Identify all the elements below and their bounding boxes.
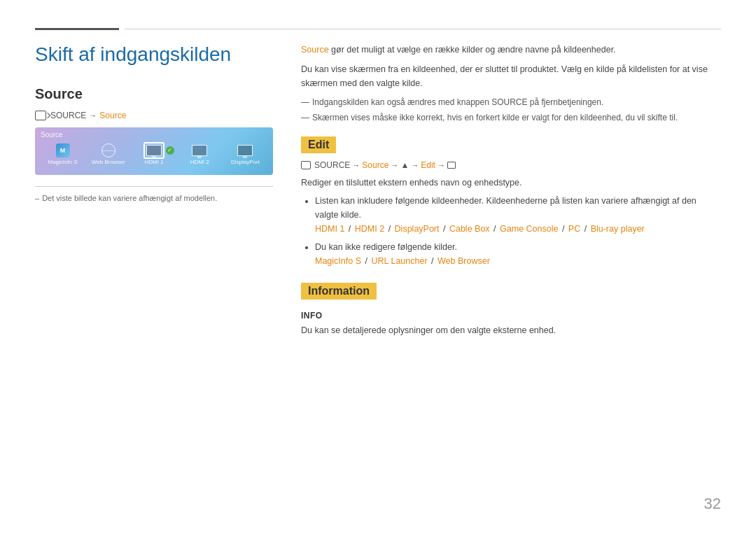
displayport-label: DisplayPort xyxy=(231,159,260,165)
link-displayport: DisplayPort xyxy=(395,224,440,234)
source-strip: Source M MagicInfo S Web Browser xyxy=(35,127,273,175)
info-label: INFO xyxy=(301,311,721,321)
edit-heading: Edit xyxy=(301,136,336,153)
edit-section: Edit SOURCE → Source → ▲ → Edit → Redige… xyxy=(301,127,721,269)
footnote-text: Det viste billede kan variere afhængigt … xyxy=(35,194,273,202)
edit-nav-confirm-icon xyxy=(447,162,456,169)
edit-bullet-1-links: HDMI 1 / HDMI 2 / DisplayPort / Cable Bo… xyxy=(315,222,721,237)
source-nav-icon xyxy=(35,111,46,120)
source-nav-arrow: → xyxy=(89,111,97,120)
indent-notes: Indgangskilden kan også ændres med knapp… xyxy=(301,96,721,125)
source-item-webbrowser: Web Browser xyxy=(86,144,130,165)
edit-bullet-1: Listen kan inkludere følgende kildeenhed… xyxy=(315,194,721,237)
intro-line1: Source gør det muligt at vælge en række … xyxy=(301,43,721,57)
edit-nav-up: ▲ xyxy=(400,160,409,170)
edit-nav-source: SOURCE xyxy=(314,160,350,170)
webbrowser-label: Web Browser xyxy=(92,159,125,165)
source-nav-text: SOURCE xyxy=(50,111,86,120)
edit-bullet-2-links: MagicInfo S / URL Launcher / Web Browser xyxy=(315,254,721,269)
intro-line2: Du kan vise skærmen fra en kildeenhed, d… xyxy=(301,62,721,90)
displayport-icon xyxy=(237,144,253,157)
link-urllauncher: URL Launcher xyxy=(371,256,427,266)
source-item-hdmi2: HDMI 2 xyxy=(178,144,222,165)
source-strip-label: Source xyxy=(41,131,63,139)
intro-text-1: gør det muligt at vælge en række kilder … xyxy=(331,45,615,55)
hdmi1-label: HDMI 1 xyxy=(144,159,163,165)
link-webbrowser: Web Browser xyxy=(438,256,490,266)
edit-nav-edit-link: Edit xyxy=(421,160,435,170)
source-section-title: Source xyxy=(35,86,273,102)
hdmi1-checkmark: ✓ xyxy=(166,146,174,155)
edit-bullet-2-text: Du kan ikke redigere følgende kilder. xyxy=(315,242,457,252)
magicinfo-icon: M xyxy=(55,144,71,157)
indent-note-2: Skærmen vises måske ikke korrekt, hvis e… xyxy=(301,111,721,125)
link-pc: PC xyxy=(568,224,580,234)
edit-nav-path: SOURCE → Source → ▲ → Edit → xyxy=(301,160,721,170)
edit-bullet-1-text: Listen kan inkludere følgende kildeenhed… xyxy=(315,196,696,220)
top-line-dark xyxy=(35,28,119,30)
edit-nav-source-link: Source xyxy=(362,160,388,170)
indent-note-1: Indgangskilden kan også ændres med knapp… xyxy=(301,96,721,109)
edit-nav-arrow3: → xyxy=(411,161,419,169)
edit-body-text: Rediger en tilsluttet ekstern enheds nav… xyxy=(301,176,721,190)
intro-source-link: Source xyxy=(301,45,329,55)
edit-bullet-list: Listen kan inkludere følgende kildeenhed… xyxy=(301,194,721,269)
link-cablebox: Cable Box xyxy=(449,224,490,234)
information-heading: Information xyxy=(301,283,377,300)
edit-nav-arrow2: → xyxy=(391,161,398,169)
page-title: Skift af indgangskilden xyxy=(35,43,273,66)
content-wrapper: Skift af indgangskilden Source SOURCE → … xyxy=(35,43,721,342)
link-gameconsole: Game Console xyxy=(500,224,558,234)
left-column: Skift af indgangskilden Source SOURCE → … xyxy=(35,43,273,342)
edit-nav-icon xyxy=(301,161,311,169)
hdmi2-label: HDMI 2 xyxy=(190,159,209,165)
edit-bullet-2: Du kan ikke redigere følgende kilder. Ma… xyxy=(315,240,721,269)
hdmi1-icon xyxy=(146,144,162,157)
webbrowser-icon xyxy=(100,144,117,157)
hdmi2-icon xyxy=(191,144,208,157)
source-nav: SOURCE → Source xyxy=(35,111,273,120)
left-divider xyxy=(35,186,273,187)
link-hdmi2: HDMI 2 xyxy=(355,224,384,234)
info-body-text: Du kan se detaljerede oplysninger om den… xyxy=(301,323,721,337)
edit-nav-arrow4: → xyxy=(438,161,445,169)
magicinfo-label: MagicInfo S xyxy=(48,159,77,165)
link-magicinfo: MagicInfo S xyxy=(315,256,361,266)
link-hdmi1: HDMI 1 xyxy=(315,224,344,234)
right-column: Source gør det muligt at vælge en række … xyxy=(301,43,721,342)
edit-nav-arrow1: → xyxy=(352,161,360,169)
page-number: 32 xyxy=(704,495,721,513)
source-item-magicinfo: M MagicInfo S xyxy=(41,144,85,165)
source-item-hdmi1: ✓ HDMI 1 xyxy=(132,144,176,165)
top-line-light xyxy=(125,29,721,29)
source-nav-link: Source xyxy=(99,111,126,120)
source-item-displayport: DisplayPort xyxy=(223,144,267,165)
top-lines xyxy=(35,28,721,30)
page-container: Skift af indgangskilden Source SOURCE → … xyxy=(0,0,756,534)
link-bluray: Blu-ray player xyxy=(591,224,645,234)
information-section: Information INFO Du kan se detaljerede o… xyxy=(301,273,721,337)
